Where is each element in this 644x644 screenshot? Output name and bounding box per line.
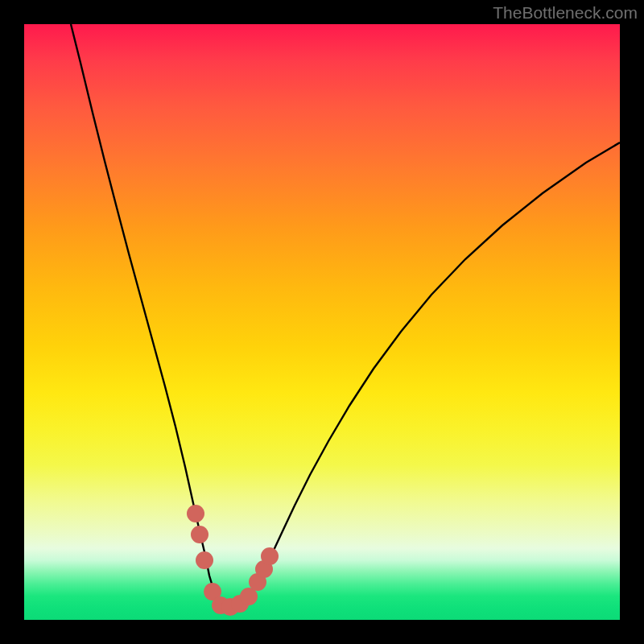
watermark-label: TheBottleneck.com (493, 3, 638, 23)
bottleneck-curve (71, 24, 620, 607)
curve-marker (191, 526, 208, 543)
curve-marker (196, 551, 213, 569)
curve-markers (187, 505, 279, 616)
chart-area (24, 24, 620, 620)
curve-marker (261, 547, 279, 565)
bottleneck-chart-svg (24, 24, 620, 620)
curve-marker (187, 505, 204, 522)
